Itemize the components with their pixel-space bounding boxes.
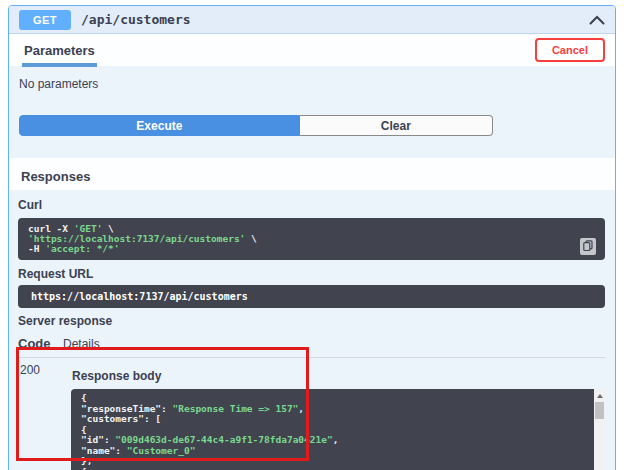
details-column-header: Details — [63, 337, 100, 351]
code-column-header: Code — [18, 336, 63, 351]
execute-clear-row: Execute Clear — [19, 115, 493, 136]
server-response-label: Server response — [18, 314, 605, 328]
response-status-code: 200 — [18, 363, 59, 470]
operation-block: GET /api/customers Parameters Cancel No … — [8, 5, 616, 470]
curl-command-text: curl -X 'GET' \ 'https://localhost:7137/… — [28, 224, 595, 254]
operation-summary-bar[interactable]: GET /api/customers — [9, 6, 615, 34]
responses-body: Curl curl -X 'GET' \ 'https://localhost:… — [9, 190, 615, 470]
tab-parameters[interactable]: Parameters — [22, 34, 97, 67]
execute-button[interactable]: Execute — [19, 115, 300, 136]
response-body-scrollbar[interactable] — [594, 389, 605, 470]
parameters-header: Parameters Cancel — [9, 34, 615, 66]
response-row: 200 Response body { "responseTime": "Res… — [18, 358, 605, 470]
cancel-button[interactable]: Cancel — [535, 38, 605, 62]
request-url-value: https://localhost:7137/api/customers — [31, 291, 248, 302]
http-method-badge: GET — [19, 10, 71, 30]
responses-header: Responses — [9, 158, 615, 190]
parameters-body: No parameters Execute Clear — [9, 66, 615, 158]
collapse-chevron-icon[interactable] — [589, 15, 605, 25]
copy-to-clipboard-button[interactable] — [580, 238, 596, 255]
request-url-block: https://localhost:7137/api/customers — [18, 285, 605, 308]
request-url-label: Request URL — [18, 267, 605, 281]
curl-command-block: curl -X 'GET' \ 'https://localhost:7137/… — [18, 218, 605, 260]
response-body-label: Response body — [72, 369, 605, 383]
response-table-header: Code Details — [18, 336, 605, 351]
scrollbar-thumb[interactable] — [595, 402, 604, 419]
clipboard-icon — [583, 239, 593, 254]
response-body-block: { "responseTime": "Response Time => 157"… — [71, 389, 594, 470]
responses-title: Responses — [21, 169, 90, 184]
response-body-wrap: { "responseTime": "Response Time => 157"… — [71, 389, 605, 470]
curl-label: Curl — [18, 198, 605, 212]
scrollbar-up-button[interactable] — [594, 392, 605, 400]
clear-button[interactable]: Clear — [300, 115, 493, 136]
scroll-up-arrow-icon — [597, 394, 603, 398]
endpoint-path: /api/customers — [81, 12, 191, 27]
no-parameters-text: No parameters — [19, 77, 605, 91]
response-details-cell: Response body { "responseTime": "Respons… — [59, 363, 605, 470]
